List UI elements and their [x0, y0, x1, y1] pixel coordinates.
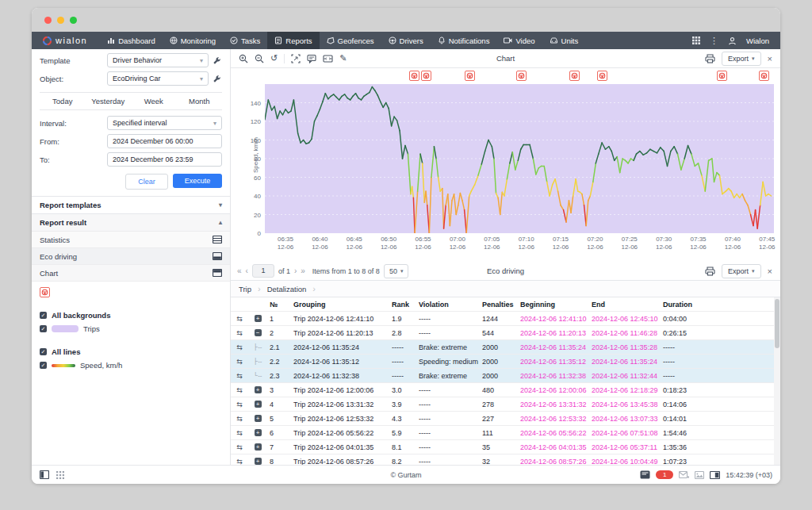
speed-chart[interactable]: Speed, km/h02040608010012014006:3512-060…: [231, 68, 780, 262]
window-close-dot[interactable]: [44, 17, 52, 24]
cell-end-link[interactable]: 2024-12-06 13:07:33: [589, 415, 661, 423]
chart-violation-marker-icon[interactable]: [421, 71, 431, 81]
table-scrollbar[interactable]: [774, 297, 780, 465]
template-select[interactable]: Driver Behavior ▾: [107, 53, 209, 67]
all-lines-checkbox[interactable]: ✓: [40, 348, 47, 355]
cell-end-link[interactable]: 2024-12-06 12:18:29: [589, 386, 661, 394]
to-datetime-input[interactable]: 2024 December 06 23:59: [107, 152, 222, 167]
print-icon[interactable]: [705, 267, 715, 276]
interval-visibility-icon[interactable]: [323, 54, 333, 63]
nav-item-drivers[interactable]: Drivers: [381, 32, 431, 49]
cell-beginning-link[interactable]: 2024-12-06 11:35:12: [518, 358, 589, 366]
speed-line-checkbox[interactable]: ✓: [40, 362, 47, 369]
fit-selection-icon[interactable]: [291, 54, 301, 63]
next-page-icon[interactable]: ›: [294, 267, 297, 275]
quick-range-week[interactable]: Week: [131, 93, 177, 109]
quick-range-yesterday[interactable]: Yesterday: [86, 93, 132, 109]
cards-view-icon[interactable]: [710, 471, 720, 479]
cell-end-link[interactable]: 2024-12-06 07:51:08: [589, 429, 661, 437]
show-on-map-icon[interactable]: ⇆: [236, 315, 243, 323]
mail-send-icon[interactable]: [679, 471, 689, 479]
nav-item-video[interactable]: Video: [496, 32, 542, 49]
nav-item-tasks[interactable]: Tasks: [223, 32, 267, 49]
object-select[interactable]: EcoDriving Car ▾: [107, 71, 209, 86]
cell-end-link[interactable]: 2024-12-06 10:04:49: [589, 458, 661, 466]
zoom-reset-icon[interactable]: ↺: [270, 53, 278, 63]
page-size-select[interactable]: 50 ▾: [384, 264, 409, 278]
show-on-map-icon[interactable]: ⇆: [236, 415, 243, 423]
table-row[interactable]: ⇆+3Trip 2024-12-06 12:00:063.0-----48020…: [231, 383, 780, 397]
quick-range-month[interactable]: Month: [177, 93, 223, 109]
nav-item-monitoring[interactable]: Monitoring: [163, 32, 223, 49]
collapse-row-icon[interactable]: −: [255, 329, 262, 336]
chart-violation-marker-icon[interactable]: [597, 71, 607, 81]
template-settings-wrench-icon[interactable]: [213, 56, 222, 65]
edit-icon[interactable]: ✎: [339, 53, 347, 63]
execute-button[interactable]: Execute: [173, 174, 222, 188]
cell-beginning-link[interactable]: 2024-12-06 04:01:35: [518, 443, 589, 451]
cell-beginning-link[interactable]: 2024-12-06 05:56:22: [518, 429, 589, 437]
more-menu-icon[interactable]: ⋮: [710, 36, 718, 46]
result-item-eco-driving[interactable]: Eco driving: [32, 247, 230, 264]
table-row[interactable]: ⇆├--2.22024-12-06 11:35:12-----Speeding:…: [231, 355, 780, 369]
show-on-map-icon[interactable]: ⇆: [236, 358, 243, 366]
cell-beginning-link[interactable]: 2024-12-06 11:20:13: [518, 329, 589, 337]
object-settings-wrench-icon[interactable]: [213, 75, 222, 83]
console-log-icon[interactable]: [640, 470, 650, 479]
show-on-map-icon[interactable]: ⇆: [236, 386, 243, 394]
bottom-apps-grid-icon[interactable]: [56, 471, 64, 479]
show-on-map-icon[interactable]: ⇆: [236, 429, 243, 437]
chart-violation-marker-icon[interactable]: [409, 71, 419, 81]
cell-beginning-link[interactable]: 2024-12-06 08:57:26: [518, 458, 589, 466]
user-icon[interactable]: [728, 36, 737, 45]
media-icon[interactable]: [695, 471, 704, 479]
nav-item-geofences[interactable]: Geofences: [320, 32, 381, 49]
result-item-statistics[interactable]: Statistics: [32, 231, 230, 247]
show-on-map-icon[interactable]: ⇆: [236, 458, 243, 466]
zoom-in-icon[interactable]: [239, 54, 248, 63]
cell-end-link[interactable]: 2024-12-06 12:45:10: [589, 315, 661, 323]
prev-page-icon[interactable]: ‹: [246, 267, 248, 275]
notifications-badge[interactable]: 1: [656, 470, 673, 479]
zoom-out-icon[interactable]: [255, 54, 264, 63]
cell-beginning-link[interactable]: 2024-12-06 12:00:06: [518, 386, 589, 394]
tooltip-icon[interactable]: [307, 54, 316, 63]
table-row[interactable]: ⇆+1Trip 2024-12-06 12:41:101.9-----12442…: [231, 312, 780, 326]
cell-end-link[interactable]: 2024-12-06 11:35:24: [589, 358, 661, 366]
table-row[interactable]: ⇆+7Trip 2024-12-06 04:01:358.1-----35202…: [231, 440, 780, 454]
chart-violation-marker-icon[interactable]: [717, 71, 727, 81]
table-row[interactable]: ⇆−2Trip 2024-12-06 11:20:132.8-----54420…: [231, 326, 780, 340]
show-on-map-icon[interactable]: ⇆: [236, 343, 243, 351]
print-icon[interactable]: [705, 54, 715, 63]
page-number-input[interactable]: 1: [252, 264, 274, 278]
first-page-icon[interactable]: «: [237, 267, 242, 275]
cell-beginning-link[interactable]: 2024-12-06 11:32:38: [518, 372, 589, 380]
wialon-logo[interactable]: wialon: [32, 32, 100, 49]
expand-row-icon[interactable]: +: [255, 415, 262, 422]
user-account-label[interactable]: Wialon: [746, 36, 769, 45]
quick-range-today[interactable]: Today: [40, 93, 86, 109]
table-row[interactable]: ⇆├--2.12024-12-06 11:35:24-----Brake: ex…: [231, 340, 780, 355]
last-page-icon[interactable]: »: [301, 267, 305, 275]
chart-violation-marker-icon[interactable]: [516, 71, 527, 81]
violation-marker-icon[interactable]: [40, 287, 50, 297]
expand-row-icon[interactable]: +: [255, 401, 262, 408]
cell-end-link[interactable]: 2024-12-06 11:32:44: [589, 372, 661, 380]
nav-item-reports[interactable]: Reports: [267, 32, 319, 49]
expand-row-icon[interactable]: +: [255, 315, 262, 322]
chart-violation-marker-icon[interactable]: [465, 71, 475, 81]
expand-row-icon[interactable]: +: [255, 443, 262, 451]
expand-row-icon[interactable]: +: [255, 458, 262, 465]
clear-button[interactable]: Clear: [125, 174, 168, 190]
cell-beginning-link[interactable]: 2024-12-06 11:35:24: [518, 343, 589, 351]
table-row[interactable]: ⇆+4Trip 2024-12-06 13:31:323.9-----27820…: [231, 397, 780, 412]
table-export-button[interactable]: Export ▾: [722, 264, 761, 278]
nav-item-notifications[interactable]: Notifications: [431, 32, 497, 49]
report-templates-section-header[interactable]: Report templates ▾: [32, 196, 230, 213]
apps-grid-icon[interactable]: [692, 36, 700, 44]
window-maximize-dot[interactable]: [70, 17, 77, 24]
nav-item-dashboard[interactable]: Dashboard: [100, 32, 162, 49]
report-result-section-header[interactable]: Report result ▴: [32, 213, 230, 231]
show-on-map-icon[interactable]: ⇆: [236, 372, 243, 380]
table-close-icon[interactable]: ×: [768, 267, 772, 276]
